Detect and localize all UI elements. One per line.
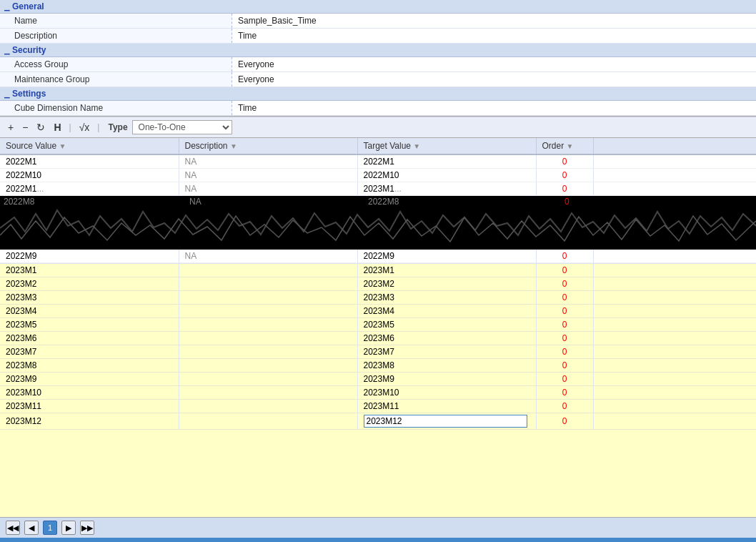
source-cell[interactable]: 2023M1 bbox=[0, 264, 179, 277]
desc-cell[interactable] bbox=[179, 305, 357, 318]
general-collapse-icon[interactable]: ⎯ bbox=[4, 1, 9, 11]
source-cell[interactable]: 2023M3 bbox=[0, 291, 179, 305]
first-page-button[interactable]: ◀◀ bbox=[6, 521, 20, 535]
target-cell[interactable]: 2022M10 bbox=[357, 169, 536, 182]
source-cell[interactable]: 2022M1... bbox=[0, 182, 179, 196]
order-cell[interactable]: 0 bbox=[536, 291, 593, 305]
order-cell[interactable]: 0 bbox=[536, 155, 593, 169]
order-sort-icon[interactable]: ▼ bbox=[567, 142, 574, 150]
save-button[interactable]: H bbox=[51, 121, 63, 134]
access-group-value[interactable]: Everyone bbox=[232, 57, 756, 72]
target-cell[interactable] bbox=[357, 413, 536, 430]
col-source-header[interactable]: Source Value ▼ bbox=[0, 138, 179, 154]
target-sort-icon[interactable]: ▼ bbox=[413, 142, 420, 150]
desc-cell[interactable] bbox=[179, 332, 357, 345]
desc-cell[interactable] bbox=[179, 264, 357, 277]
order-cell[interactable]: 0 bbox=[536, 250, 593, 263]
source-cell[interactable]: 2022M10 bbox=[0, 169, 179, 182]
target-cell[interactable]: 2023M3 bbox=[357, 291, 536, 305]
order-cell[interactable]: 0 bbox=[536, 277, 593, 291]
general-section-label: General bbox=[12, 1, 44, 11]
desc-cell[interactable]: NA bbox=[179, 182, 357, 196]
source-cell[interactable]: 2023M8 bbox=[0, 359, 179, 373]
bottom-rows-area: 2023M1 2023M1 0 2023M2 2023M2 0 2023M3 2… bbox=[0, 264, 756, 517]
col-target-header[interactable]: Target Value ▼ bbox=[357, 138, 536, 154]
extra-cell bbox=[593, 318, 756, 332]
target-cell[interactable]: 2022M1 bbox=[357, 155, 536, 169]
last-page-button[interactable]: ▶▶ bbox=[80, 521, 94, 535]
cube-dimension-label: Cube Dimension Name bbox=[0, 101, 232, 115]
desc-cell[interactable] bbox=[179, 277, 357, 291]
settings-collapse-icon[interactable]: ⎯ bbox=[4, 89, 9, 99]
properties-panel: ⎯ General Name Sample_Basic_Time Descrip… bbox=[0, 0, 756, 117]
extra-cell bbox=[593, 332, 756, 345]
source-sort-icon[interactable]: ▼ bbox=[59, 142, 66, 150]
source-cell[interactable]: 2023M7 bbox=[0, 345, 179, 359]
source-cell[interactable]: 2023M11 bbox=[0, 400, 179, 413]
source-cell[interactable]: 2022M1 bbox=[0, 155, 179, 169]
target-cell[interactable]: 2023M7 bbox=[357, 345, 536, 359]
type-select[interactable]: One-To-One bbox=[132, 120, 232, 134]
order-cell[interactable]: 0 bbox=[536, 182, 593, 196]
order-cell[interactable]: 0 bbox=[536, 373, 593, 386]
desc-cell[interactable] bbox=[179, 318, 357, 332]
order-cell[interactable]: 0 bbox=[536, 345, 593, 359]
target-value-label: Target Value bbox=[364, 141, 412, 151]
page-1-button[interactable]: 1 bbox=[43, 521, 57, 535]
desc-cell[interactable] bbox=[179, 413, 357, 430]
desc-cell[interactable] bbox=[179, 386, 357, 400]
add-button[interactable]: + bbox=[6, 121, 16, 134]
desc-cell[interactable] bbox=[179, 345, 357, 359]
desc-cell[interactable] bbox=[179, 359, 357, 373]
order-cell[interactable]: 0 bbox=[536, 169, 593, 182]
target-cell[interactable]: 2023M1 bbox=[357, 264, 536, 277]
target-cell[interactable]: 2023M11 bbox=[357, 400, 536, 413]
security-collapse-icon[interactable]: ⎯ bbox=[4, 45, 9, 55]
target-cell[interactable]: 2023M8 bbox=[357, 359, 536, 373]
maintenance-group-value[interactable]: Everyone bbox=[232, 72, 756, 87]
target-cell[interactable]: 2023M2 bbox=[357, 277, 536, 291]
target-edit-input[interactable] bbox=[364, 415, 527, 428]
pagination-bar: ◀◀ ◀ 1 ▶ ▶▶ bbox=[0, 517, 756, 538]
target-cell[interactable]: 2023M5 bbox=[357, 318, 536, 332]
order-cell[interactable]: 0 bbox=[536, 413, 593, 430]
calc-button[interactable]: √x bbox=[77, 121, 92, 134]
order-cell[interactable]: 0 bbox=[536, 359, 593, 373]
target-cell[interactable]: 2023M4 bbox=[357, 305, 536, 318]
source-cell[interactable]: 2023M6 bbox=[0, 332, 179, 345]
desc-cell[interactable] bbox=[179, 400, 357, 413]
col-desc-header[interactable]: Description ▼ bbox=[179, 138, 357, 154]
source-cell[interactable]: 2023M9 bbox=[0, 373, 179, 386]
source-cell[interactable]: 2023M5 bbox=[0, 318, 179, 332]
target-cell[interactable]: 2023M6 bbox=[357, 332, 536, 345]
cube-dimension-value[interactable]: Time bbox=[232, 101, 756, 115]
order-cell[interactable]: 0 bbox=[536, 400, 593, 413]
desc-cell[interactable]: NA bbox=[179, 250, 357, 263]
desc-sort-icon[interactable]: ▼ bbox=[230, 142, 237, 150]
order-cell[interactable]: 0 bbox=[536, 386, 593, 400]
order-cell[interactable]: 0 bbox=[536, 332, 593, 345]
order-cell[interactable]: 0 bbox=[536, 318, 593, 332]
target-cell[interactable]: 2022M9 bbox=[357, 250, 536, 263]
target-cell[interactable]: 2023M1... bbox=[357, 182, 536, 196]
source-cell[interactable]: 2023M10 bbox=[0, 386, 179, 400]
desc-cell[interactable] bbox=[179, 291, 357, 305]
target-cell[interactable]: 2023M10 bbox=[357, 386, 536, 400]
target-cell[interactable]: 2023M9 bbox=[357, 373, 536, 386]
desc-cell[interactable] bbox=[179, 373, 357, 386]
name-value[interactable]: Sample_Basic_Time bbox=[232, 14, 756, 28]
source-cell[interactable]: 2022M9 bbox=[0, 250, 179, 263]
refresh-button[interactable]: ↻ bbox=[34, 121, 47, 134]
source-cell[interactable]: 2023M4 bbox=[0, 305, 179, 318]
order-cell[interactable]: 0 bbox=[536, 305, 593, 318]
source-cell[interactable]: 2023M2 bbox=[0, 277, 179, 291]
col-order-header[interactable]: Order ▼ bbox=[536, 138, 593, 154]
desc-cell[interactable]: NA bbox=[179, 169, 357, 182]
remove-button[interactable]: − bbox=[20, 121, 30, 134]
source-cell[interactable]: 2023M12 bbox=[0, 413, 179, 430]
prev-page-button[interactable]: ◀ bbox=[24, 521, 39, 535]
desc-cell[interactable]: NA bbox=[179, 155, 357, 169]
next-page-button[interactable]: ▶ bbox=[61, 521, 76, 535]
description-value[interactable]: Time bbox=[232, 29, 756, 43]
order-cell[interactable]: 0 bbox=[536, 264, 593, 277]
